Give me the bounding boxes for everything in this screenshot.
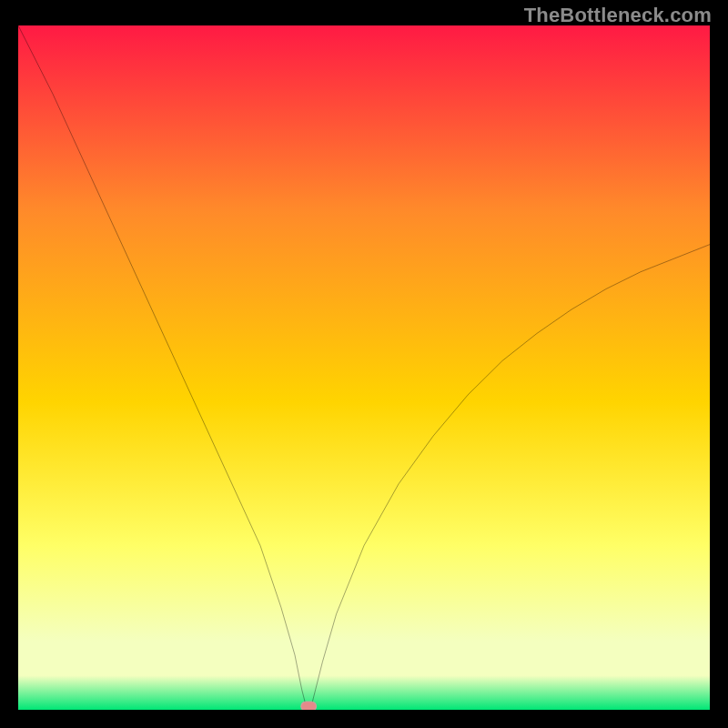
chart-svg bbox=[18, 25, 710, 710]
gradient-background bbox=[18, 25, 710, 710]
chart-frame: TheBottleneck.com bbox=[0, 0, 728, 728]
optimum-marker bbox=[301, 702, 317, 710]
plot-area bbox=[18, 25, 710, 710]
watermark-text: TheBottleneck.com bbox=[524, 4, 712, 27]
